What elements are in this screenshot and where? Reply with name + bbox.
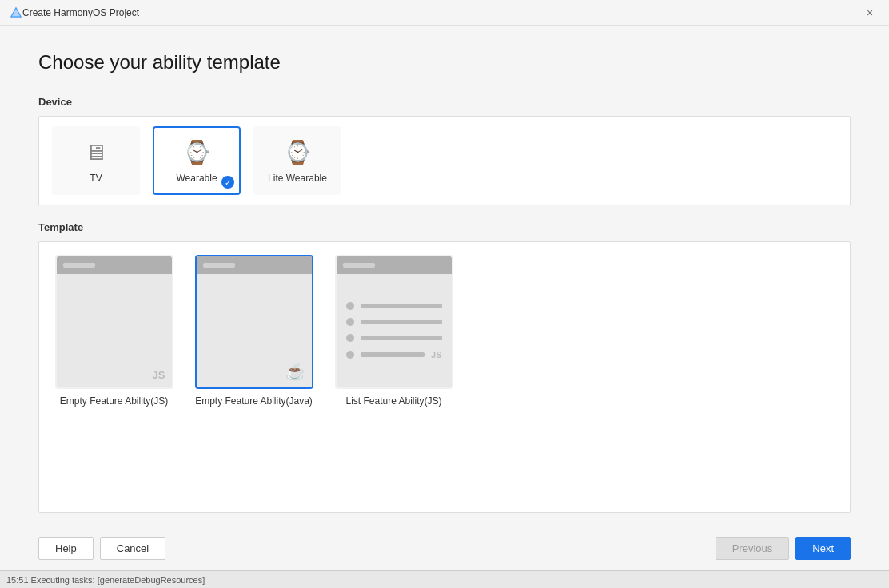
- titlebar-title: Create HarmonyOS Project: [22, 7, 860, 18]
- device-card-lite-wearable[interactable]: ⌚ Lite Wearable: [253, 126, 341, 195]
- footer-left: Help Cancel: [38, 537, 165, 560]
- next-button[interactable]: Next: [795, 537, 851, 560]
- list-bar-4: [361, 352, 425, 357]
- lite-wearable-icon: ⌚: [284, 137, 312, 166]
- list-dot-1: [346, 302, 354, 310]
- footer: Help Cancel Previous Next: [0, 526, 889, 570]
- template-section-label: Template: [38, 221, 851, 233]
- template-body-js: JS: [57, 274, 172, 387]
- list-dot-3: [346, 334, 354, 342]
- list-bar-1: [361, 304, 442, 308]
- template-card-empty-js[interactable]: JS Empty Feature Ability(JS): [52, 255, 176, 407]
- template-body-java: ☕: [197, 274, 312, 387]
- device-panel: 🖥 TV ⌚ Wearable ✓ ⌚ Lite Wearable: [38, 116, 851, 205]
- device-section-label: Device: [38, 96, 851, 108]
- harmony-icon: [10, 6, 22, 19]
- template-bar-js: [57, 256, 172, 274]
- list-dot-4: [346, 351, 354, 359]
- js-badge: JS: [153, 369, 165, 381]
- previous-button[interactable]: Previous: [716, 537, 790, 560]
- statusbar: 15:51 Executing tasks: [generateDebugRes…: [0, 570, 889, 588]
- window: Create HarmonyOS Project × Choose your a…: [0, 0, 889, 588]
- template-bar-list: [337, 256, 452, 274]
- template-bar-java: [197, 256, 312, 274]
- template-name-list-js: List Feature Ability(JS): [345, 395, 441, 407]
- list-line-2: [346, 318, 442, 326]
- list-line-3: [346, 334, 442, 342]
- template-card-list-js[interactable]: JS List Feature Ability(JS): [332, 255, 456, 407]
- main-content: Choose your ability template Device 🖥 TV…: [0, 26, 889, 526]
- template-preview-list-js: JS: [335, 255, 453, 389]
- selected-check-wearable: ✓: [221, 176, 234, 189]
- close-button[interactable]: ×: [860, 3, 879, 22]
- list-bar-3: [361, 336, 442, 340]
- device-name-tv: TV: [90, 173, 102, 184]
- list-line-4: JS: [346, 350, 442, 360]
- tv-icon: 🖥: [85, 137, 107, 166]
- page-title: Choose your ability template: [38, 51, 851, 74]
- cancel-button[interactable]: Cancel: [100, 537, 165, 560]
- template-name-empty-js: Empty Feature Ability(JS): [60, 395, 168, 407]
- template-preview-empty-java: ☕: [195, 255, 313, 389]
- device-card-wearable[interactable]: ⌚ Wearable ✓: [153, 126, 241, 195]
- list-dot-2: [346, 318, 354, 326]
- footer-right: Previous Next: [716, 537, 851, 560]
- template-preview-empty-js: JS: [55, 255, 173, 389]
- template-card-empty-java[interactable]: ☕ Empty Feature Ability(Java): [192, 255, 316, 407]
- help-button[interactable]: Help: [38, 537, 94, 560]
- titlebar: Create HarmonyOS Project ×: [0, 0, 889, 26]
- template-panel: JS Empty Feature Ability(JS) ☕ Empty Fea…: [38, 241, 851, 513]
- list-line-1: [346, 302, 442, 310]
- template-name-empty-java: Empty Feature Ability(Java): [195, 395, 313, 407]
- list-bar-2: [361, 320, 442, 324]
- java-badge: ☕: [285, 362, 305, 381]
- template-body-list: JS: [337, 274, 452, 387]
- statusbar-text: 15:51 Executing tasks: [generateDebugRes…: [6, 575, 205, 585]
- wearable-icon: ⌚: [183, 137, 211, 166]
- device-name-wearable: Wearable: [176, 173, 217, 184]
- device-name-lite-wearable: Lite Wearable: [268, 173, 327, 184]
- list-js-badge: JS: [431, 350, 441, 360]
- device-card-tv[interactable]: 🖥 TV: [52, 126, 140, 195]
